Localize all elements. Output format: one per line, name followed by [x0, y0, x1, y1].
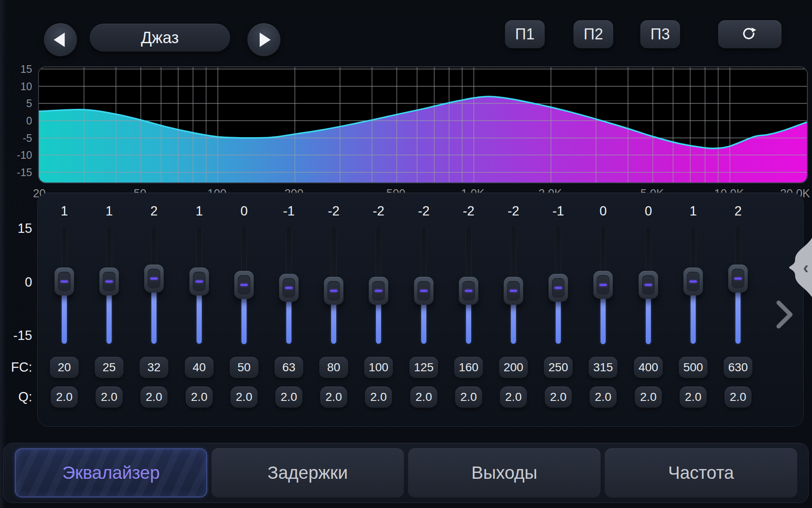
slider-scale-bottom: -15	[2, 328, 32, 343]
q-button[interactable]: 2.0	[275, 387, 302, 408]
side-drawer-handle[interactable]: ‹	[789, 238, 812, 297]
tab-частота[interactable]: Частота	[605, 448, 797, 497]
thumb-grip-icon	[330, 290, 337, 292]
q-button[interactable]: 2.0	[635, 387, 662, 408]
band-slider-thumb[interactable]	[459, 277, 478, 305]
q-button[interactable]: 2.0	[320, 387, 347, 408]
band-slider-track[interactable]	[286, 226, 292, 344]
band-slider-thumb[interactable]	[55, 268, 74, 295]
thumb-inset	[148, 269, 160, 288]
band-slider-thumb[interactable]	[189, 268, 209, 295]
band-column-50: 0502.0	[222, 193, 266, 427]
q-button[interactable]: 2.0	[455, 387, 482, 408]
preset-prev-button[interactable]	[44, 23, 77, 56]
thumb-grip-icon	[465, 290, 472, 292]
fc-button[interactable]: 20	[50, 357, 79, 378]
band-slider-track[interactable]	[106, 226, 112, 344]
band-slider-track[interactable]	[690, 226, 696, 344]
q-button[interactable]: 2.0	[51, 387, 78, 408]
band-slider-track[interactable]	[241, 226, 247, 344]
q-button[interactable]: 2.0	[230, 387, 258, 408]
q-button[interactable]: 2.0	[545, 387, 572, 408]
q-button[interactable]: 2.0	[500, 387, 527, 408]
band-slider-thumb[interactable]	[593, 271, 613, 299]
fc-button[interactable]: 200	[499, 357, 528, 378]
fc-button[interactable]: 80	[319, 357, 348, 378]
q-button[interactable]: 2.0	[680, 387, 707, 408]
fc-button[interactable]: 63	[274, 357, 303, 378]
q-button[interactable]: 2.0	[410, 387, 437, 408]
preset-memory-button-2[interactable]: П2	[573, 20, 613, 48]
q-button[interactable]: 2.0	[724, 387, 752, 408]
fc-button[interactable]: 160	[454, 357, 483, 378]
band-slider-thumb[interactable]	[549, 274, 568, 302]
fc-button[interactable]: 250	[544, 357, 573, 378]
fc-button[interactable]: 630	[724, 357, 752, 378]
band-slider-track[interactable]	[645, 226, 651, 344]
fc-button[interactable]: 125	[409, 357, 438, 378]
left-edge-glow	[0, 0, 6, 508]
band-slider-track[interactable]	[331, 226, 337, 344]
band-slider-thumb[interactable]	[639, 271, 658, 299]
tab-выходы[interactable]: Выходы	[408, 448, 601, 497]
fc-button[interactable]: 100	[364, 357, 393, 378]
band-slider-thumb[interactable]	[279, 274, 299, 302]
band-slider-thumb[interactable]	[414, 277, 433, 305]
fc-button[interactable]: 500	[679, 357, 708, 378]
band-slider-thumb[interactable]	[683, 268, 703, 295]
fc-button[interactable]: 25	[95, 357, 123, 378]
next-bands-button[interactable]	[776, 301, 793, 329]
band-slider-thumb[interactable]	[234, 271, 254, 299]
band-slider-fill	[197, 290, 202, 344]
fc-button[interactable]: 40	[185, 357, 214, 378]
band-gain-value: -2	[446, 204, 491, 219]
fc-button[interactable]: 32	[140, 357, 168, 378]
band-slider-track[interactable]	[510, 226, 516, 344]
band-slider-thumb[interactable]	[99, 268, 119, 295]
q-button[interactable]: 2.0	[590, 387, 617, 408]
thumb-inset	[58, 272, 71, 291]
chevron-left-icon: ‹	[803, 259, 809, 276]
band-slider-track[interactable]	[600, 226, 606, 344]
band-slider-thumb[interactable]	[728, 265, 748, 293]
band-slider-track[interactable]	[421, 226, 427, 344]
q-button[interactable]: 2.0	[365, 387, 392, 408]
band-slider-fill	[646, 293, 651, 344]
band-slider-fill	[691, 290, 696, 344]
q-button[interactable]: 2.0	[96, 387, 123, 408]
band-slider-thumb[interactable]	[324, 277, 343, 305]
band-column-32: 2322.0	[132, 193, 176, 427]
band-slider-thumb[interactable]	[369, 277, 388, 305]
band-column-160: -21602.0	[446, 193, 491, 427]
thumb-inset	[462, 281, 475, 301]
tab-задержки[interactable]: Задержки	[211, 448, 404, 497]
band-slider-thumb[interactable]	[144, 265, 164, 293]
preset-memory-button-1[interactable]: П1	[505, 20, 545, 48]
band-slider-track[interactable]	[555, 226, 561, 344]
fc-button[interactable]: 50	[230, 357, 258, 378]
preset-memory-button-3[interactable]: П3	[640, 20, 680, 48]
preset-next-button[interactable]	[247, 23, 280, 56]
q-button[interactable]: 2.0	[186, 387, 213, 408]
band-slider-track[interactable]	[196, 226, 202, 344]
preset-selector[interactable]: Джаз	[90, 24, 230, 52]
band-slider-track[interactable]	[466, 226, 472, 344]
band-gain-value: -2	[356, 204, 401, 219]
q-button[interactable]: 2.0	[140, 387, 167, 408]
fc-button[interactable]: 315	[589, 357, 617, 378]
band-slider-track[interactable]	[151, 226, 157, 344]
tab-active-эквалайзер[interactable]: Эквалайзер	[15, 448, 207, 497]
thumb-inset	[327, 281, 340, 301]
thumb-grip-icon	[734, 278, 742, 280]
thumb-grip-icon	[105, 281, 113, 283]
band-slider-track[interactable]	[735, 226, 741, 344]
bottom-tab-bar: ЭквалайзерЗадержкиВыходыЧастота	[3, 443, 809, 503]
reset-button[interactable]	[718, 20, 782, 48]
fc-row-label: FC:	[2, 360, 32, 375]
fc-button[interactable]: 400	[634, 357, 663, 378]
band-slider-track[interactable]	[61, 226, 67, 344]
band-slider-track[interactable]	[376, 226, 381, 344]
thumb-inset	[193, 272, 206, 291]
band-slider-thumb[interactable]	[504, 277, 523, 305]
db-tick-label: -5	[2, 132, 32, 144]
